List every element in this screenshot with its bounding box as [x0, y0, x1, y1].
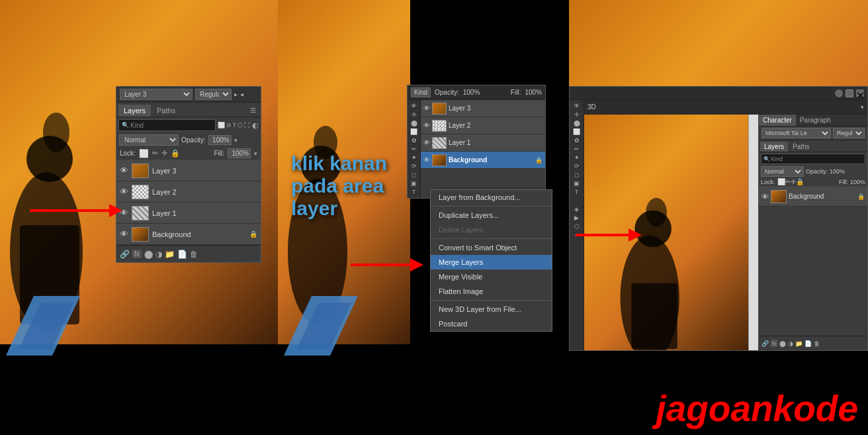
layer-thumb-1: [132, 206, 149, 220]
fx-icon[interactable]: fx: [132, 250, 142, 258]
ctx-delete[interactable]: Delete Layers: [431, 222, 552, 237]
lock-icon-bg: 🔒: [249, 230, 257, 238]
ctx-duplicate[interactable]: Duplicate Layers...: [431, 208, 552, 222]
new-layer-icon[interactable]: 📄: [177, 250, 187, 259]
right-tool-3[interactable]: ⬤: [574, 120, 580, 126]
paragraph-tab[interactable]: Paragraph: [796, 115, 835, 126]
ctx-new-3d[interactable]: New 3D Layer from File...: [431, 302, 552, 316]
lock-all[interactable]: 🔒: [171, 149, 180, 158]
ctx-merge-layers[interactable]: Merge Layers: [431, 255, 552, 269]
mini-layer-1[interactable]: 👁 Layer 1: [421, 134, 545, 152]
right-tool-11[interactable]: T: [575, 189, 579, 195]
arrow-1: [30, 204, 122, 217]
right-tool-4[interactable]: ⬜: [573, 128, 580, 135]
search-row: 🔍 Kind ⬜ ⊘ T ⬡ ⛶ ◐: [116, 117, 261, 133]
tool-crop[interactable]: ⬜: [410, 128, 417, 135]
tool-type[interactable]: T: [412, 189, 416, 195]
opacity-expand[interactable]: ▾: [234, 137, 238, 144]
panel-tabs: Layers Paths ☰: [116, 103, 261, 117]
right-tool-13[interactable]: ▶: [574, 215, 579, 221]
svg-point-13: [646, 198, 667, 227]
adjustment-icon[interactable]: ◑: [155, 250, 162, 259]
toggle-filter[interactable]: ◐: [252, 121, 259, 130]
paths-tab[interactable]: Paths: [152, 105, 181, 117]
fill-expand[interactable]: ▾: [254, 150, 257, 157]
panel-options[interactable]: ☰: [247, 105, 259, 117]
tool-heal[interactable]: ✿: [412, 137, 417, 144]
eye-icon-2[interactable]: 👁: [120, 187, 128, 197]
link-icon[interactable]: 🔗: [120, 250, 130, 259]
ctx-convert[interactable]: Convert to Smart Object: [431, 240, 552, 255]
right-search: 🔍 Kind: [759, 152, 867, 166]
character-tab[interactable]: Character: [759, 115, 796, 126]
mini-layer-3[interactable]: 👁 Layer 3: [421, 100, 545, 117]
ps-left-toolbar: 👁 ✛ ⬤ ⬜ ✿ ✏ ✦ ⟳ ◻ ▣ T: [408, 100, 421, 198]
tool-move[interactable]: ✛: [412, 111, 417, 118]
ctx-flatten[interactable]: Flatten Image: [431, 284, 552, 299]
layer-name-1: Layer 1: [152, 209, 177, 217]
char-para-tabs: Character Paragraph: [759, 115, 867, 126]
group-icon[interactable]: 📁: [165, 250, 175, 259]
mask-icon[interactable]: ⬤: [144, 250, 153, 259]
close-btn[interactable]: ✕: [856, 89, 864, 97]
font-select[interactable]: Layer 3: [120, 89, 193, 100]
lock-move[interactable]: ✛: [161, 149, 167, 158]
right-tool-1[interactable]: 👁: [574, 103, 580, 109]
char-style-select[interactable]: Regular: [833, 128, 865, 138]
layer-thumb-2: [132, 185, 149, 199]
ctx-postcard[interactable]: Postcard: [431, 316, 552, 331]
right-paths-tab[interactable]: Paths: [789, 142, 814, 152]
eye-icon-3[interactable]: 👁: [120, 166, 128, 175]
right-layers-tab[interactable]: Layers: [760, 142, 788, 152]
ctx-merge-visible[interactable]: Merge Visible: [431, 269, 552, 284]
tool-stamp[interactable]: ✦: [412, 154, 417, 161]
layer-item-2[interactable]: 👁 Layer 2: [116, 181, 261, 203]
layer-item-bg[interactable]: 👁 Background 🔒: [116, 224, 261, 245]
right-tool-9[interactable]: ◻: [574, 171, 579, 178]
eye-icon-bg[interactable]: 👁: [120, 229, 128, 239]
char-font-row: Microsoft Tai Le Regular: [759, 126, 867, 140]
right-tool-5[interactable]: ✿: [574, 137, 580, 144]
mini-layer-bg[interactable]: 👁 Background 🔒: [421, 152, 545, 169]
tool-eye[interactable]: 👁: [411, 103, 417, 109]
layer-item-3[interactable]: 👁 Layer 3: [116, 160, 261, 181]
restore-btn[interactable]: [846, 89, 853, 97]
right-bottom-bar: 🔗 fx ⬤ ◑ 📁 📄 🗑: [759, 336, 867, 350]
blend-mode-select[interactable]: Normal: [119, 134, 179, 146]
tool-lasso[interactable]: ⬤: [411, 120, 417, 126]
right-tool-12[interactable]: ◈: [574, 206, 579, 213]
char-font-select[interactable]: Microsoft Tai Le: [761, 128, 831, 138]
search-box[interactable]: 🔍 Kind: [118, 119, 216, 131]
ctx-divider-1: [431, 206, 552, 207]
fill-input[interactable]: [228, 148, 251, 158]
right-side-panels: Character Paragraph Microsoft Tai Le Reg…: [758, 115, 867, 350]
overlay-text-panel: klik kanan pada area layer: [291, 152, 387, 220]
right-layer-bg-result[interactable]: 👁 Background 🔒: [759, 187, 867, 207]
mini-layer-2[interactable]: 👁 Layer 2: [421, 117, 545, 134]
overlay-line-1: klik kanan: [291, 152, 387, 175]
tool-history[interactable]: ⟳: [412, 163, 417, 169]
style-select[interactable]: Regular: [195, 89, 232, 100]
lock-brush[interactable]: ✏: [152, 149, 158, 158]
right-tool-2[interactable]: ✛: [574, 111, 580, 118]
tool-eraser[interactable]: ◻: [412, 171, 416, 178]
svg-rect-14: [631, 283, 677, 349]
right-tool-6[interactable]: ✏: [574, 146, 580, 152]
filter-icons: ⬜ ⊘ T ⬡ ⛶: [218, 122, 251, 128]
delete-icon[interactable]: 🗑: [190, 250, 198, 259]
right-tool-8[interactable]: ⟳: [574, 163, 580, 169]
kind-label: Kind: [130, 122, 144, 129]
lock-transparency[interactable]: ⬜: [139, 149, 149, 158]
minimize-btn[interactable]: [835, 89, 843, 97]
opacity-input[interactable]: [208, 135, 232, 145]
tool-gradient[interactable]: ▣: [411, 180, 417, 187]
right-tool-10[interactable]: ▣: [574, 180, 580, 187]
ctx-layer-from-bg[interactable]: Layer from Background...: [431, 190, 552, 205]
collapse-icon: ◂: [240, 91, 243, 98]
right-blend-select[interactable]: Normal: [761, 166, 804, 177]
layers-tab[interactable]: Layers: [118, 105, 151, 117]
tool-brush[interactable]: ✏: [412, 146, 417, 152]
opacity-label: Opacity:: [181, 136, 206, 144]
right-tool-7[interactable]: ✦: [574, 154, 580, 161]
layer-item-1[interactable]: 👁 Layer 1: [116, 203, 261, 224]
